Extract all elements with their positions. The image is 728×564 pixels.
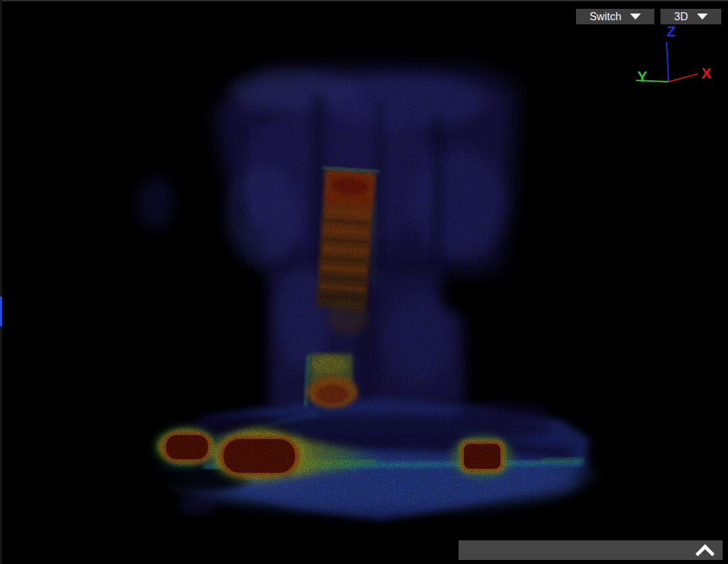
volume-rendering[interactable]: Z Y X <box>0 0 728 564</box>
switch-button-label: Switch <box>590 11 621 23</box>
view-mode-button-label: 3D <box>674 11 687 23</box>
sidebar-active-indicator <box>0 297 2 326</box>
switch-button[interactable]: Switch <box>576 9 654 24</box>
chevron-down-icon <box>630 14 641 20</box>
bottom-panel-expander[interactable] <box>459 540 723 560</box>
volume-viewer-app: Z Y X Switch 3D <box>0 0 728 564</box>
view-mode-button[interactable]: 3D <box>660 9 721 24</box>
axis-y-label: Y <box>638 68 648 85</box>
noise-grain-overlay <box>0 0 728 564</box>
axis-x-label: X <box>702 65 712 82</box>
left-edge-divider <box>0 0 2 564</box>
axis-z-label: Z <box>667 23 675 40</box>
viewport-3d[interactable]: Z Y X Switch 3D <box>0 0 728 564</box>
top-edge-divider <box>0 0 728 1</box>
chevron-down-icon <box>697 14 708 20</box>
